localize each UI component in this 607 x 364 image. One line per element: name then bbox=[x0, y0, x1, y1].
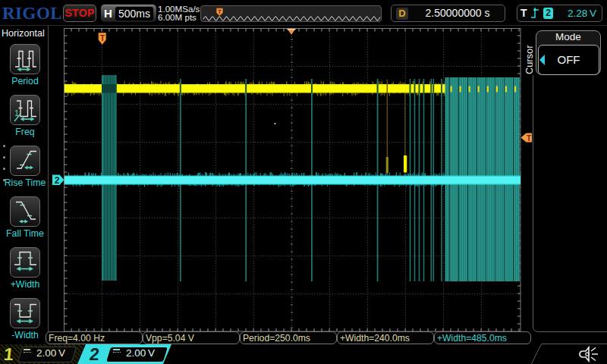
svg-text:T: T bbox=[218, 8, 222, 15]
svg-text:2: 2 bbox=[55, 175, 60, 186]
svg-text:T: T bbox=[527, 134, 531, 143]
svg-text:T: T bbox=[100, 34, 105, 42]
